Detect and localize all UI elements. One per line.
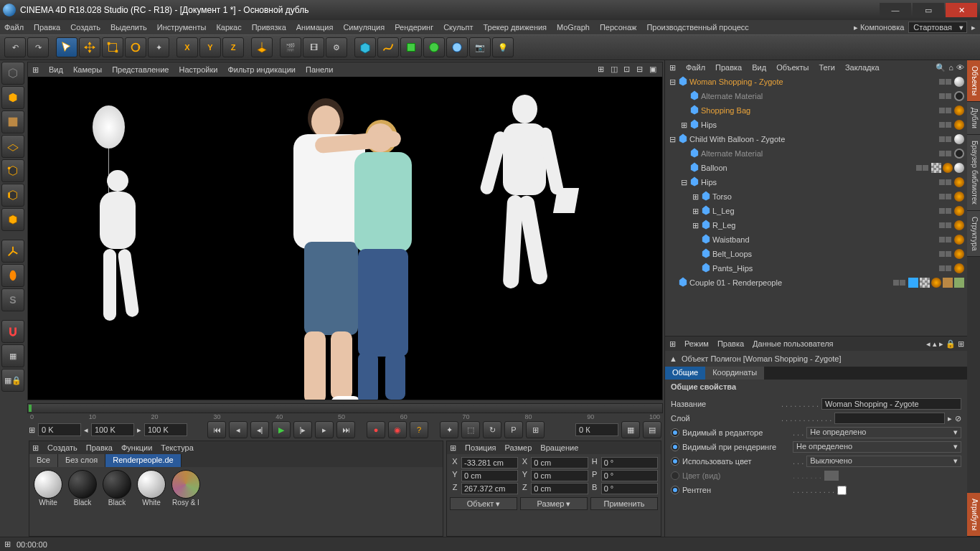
key-pla-button[interactable]: ⊞ bbox=[526, 421, 545, 438]
vpmenu-Фильтр индикации[interactable]: Фильтр индикации bbox=[227, 65, 296, 74]
scale-tool[interactable] bbox=[102, 37, 123, 57]
menu-Персонаж[interactable]: Персонаж bbox=[600, 23, 636, 32]
attr-lock-icon[interactable]: 🔒 bbox=[946, 339, 956, 349]
key-pos-button[interactable]: ✦ bbox=[440, 421, 458, 438]
objmenu-Теги[interactable]: Теги bbox=[819, 63, 835, 72]
axis-button[interactable] bbox=[1, 240, 24, 263]
objmenu-Вид[interactable]: Вид bbox=[752, 63, 766, 72]
tree-row[interactable]: Alternate Material bbox=[665, 89, 967, 103]
timeline-fcurve-button[interactable]: ▤ bbox=[643, 421, 661, 438]
tree-row[interactable]: Pants_Hips bbox=[665, 261, 967, 276]
coord-H[interactable] bbox=[601, 457, 658, 468]
attrmenu-Режим[interactable]: Режим bbox=[684, 339, 709, 348]
attr-new-icon[interactable]: ⊞ bbox=[958, 339, 964, 349]
edge-mode-button[interactable] bbox=[1, 184, 24, 207]
tree-row[interactable]: Balloon bbox=[665, 161, 967, 175]
layer-clear-icon[interactable]: ⊘ bbox=[955, 414, 961, 423]
coord-X[interactable] bbox=[531, 457, 588, 468]
vp-icon-4[interactable]: ⊟ bbox=[636, 65, 646, 75]
tree-row[interactable]: Shopping Bag bbox=[665, 103, 967, 118]
tree-row[interactable]: ⊟Woman Shopping - Zygote bbox=[665, 75, 967, 89]
coord-system-button[interactable] bbox=[251, 37, 273, 57]
frame-current[interactable]: 100 K bbox=[144, 423, 187, 436]
key-rot-button[interactable]: ↻ bbox=[483, 421, 501, 438]
coord-X[interactable] bbox=[461, 457, 518, 468]
move-tool[interactable] bbox=[79, 37, 100, 57]
next-frame-button[interactable]: |▸ bbox=[293, 421, 312, 438]
keyoptions-button[interactable]: ? bbox=[410, 421, 428, 438]
tree-row[interactable]: Couple 01 - Renderpeople bbox=[665, 276, 967, 290]
side-tab-2[interactable]: Браузер библиотек bbox=[967, 135, 980, 211]
vpmenu-Камеры[interactable]: Камеры bbox=[73, 65, 102, 74]
point-mode-button[interactable] bbox=[1, 159, 24, 182]
material-3[interactable]: White bbox=[136, 470, 167, 533]
end-frame[interactable]: 0 К bbox=[575, 423, 618, 436]
material-4[interactable]: Rosy & I bbox=[170, 470, 202, 533]
workplane2-button[interactable]: ▦ bbox=[1, 344, 24, 367]
poly-mode-button[interactable] bbox=[1, 208, 24, 231]
home-icon[interactable]: ⌂ bbox=[948, 63, 953, 72]
menu-Трекер движения[interactable]: Трекер движения bbox=[483, 23, 547, 32]
tab-general[interactable]: Общие bbox=[665, 367, 705, 380]
render-view-button[interactable]: 🎬 bbox=[280, 37, 301, 57]
menu-Создать[interactable]: Создать bbox=[70, 23, 100, 32]
usecolor-drop[interactable]: Выключено bbox=[806, 456, 961, 467]
vpmenu-Вид[interactable]: Вид bbox=[49, 65, 63, 74]
layout-dropdown[interactable]: Стартовая bbox=[908, 22, 967, 33]
search-icon[interactable]: 🔍 bbox=[936, 63, 946, 72]
attr-back-icon[interactable]: ◂ bbox=[926, 339, 930, 349]
snap-button[interactable] bbox=[1, 320, 24, 343]
camera-button[interactable]: 📷 bbox=[469, 37, 491, 57]
undo-button[interactable]: ↶ bbox=[4, 37, 26, 57]
maximize-button[interactable]: ▭ bbox=[913, 3, 944, 17]
tree-row[interactable]: ⊞L_Leg bbox=[665, 204, 967, 218]
tab-coords[interactable]: Координаты bbox=[705, 367, 764, 380]
menu-Симуляция[interactable]: Симуляция bbox=[343, 23, 385, 32]
coord-Y[interactable] bbox=[461, 470, 518, 481]
workplane-button[interactable] bbox=[1, 135, 24, 158]
attrmenu-Данные пользователя[interactable]: Данные пользователя bbox=[753, 339, 833, 348]
tree-row[interactable]: ⊟Hips bbox=[665, 175, 967, 189]
menu-Привязка[interactable]: Привязка bbox=[252, 23, 286, 32]
objmenu-Файл[interactable]: Файл bbox=[686, 63, 705, 72]
vis-editor-drop[interactable]: Не определено bbox=[806, 427, 961, 438]
menu-MoGraph[interactable]: MoGraph bbox=[557, 23, 590, 32]
goto-end-button[interactable]: ⏭ bbox=[336, 421, 355, 438]
axis-y-button[interactable]: Y bbox=[199, 37, 221, 57]
mat-tab-2[interactable]: Renderpeople.de bbox=[105, 454, 181, 467]
menu-Инструменты[interactable]: Инструменты bbox=[157, 23, 207, 32]
tree-row[interactable]: ⊞R_Leg bbox=[665, 218, 967, 232]
tweak-button[interactable] bbox=[1, 264, 24, 287]
tree-row[interactable]: ⊞Hips bbox=[665, 118, 967, 132]
vp-icon-3[interactable]: ⊡ bbox=[623, 65, 633, 75]
vp-icon-1[interactable]: ⊞ bbox=[598, 65, 608, 75]
spline-button[interactable] bbox=[377, 37, 399, 57]
autokey-button[interactable]: ◉ bbox=[388, 421, 407, 438]
material-1[interactable]: Black bbox=[67, 470, 98, 533]
objmenu-Закладка[interactable]: Закладка bbox=[845, 63, 880, 72]
vp-icon-5[interactable]: ▣ bbox=[649, 65, 659, 75]
minimize-button[interactable]: — bbox=[880, 3, 911, 17]
redo-button[interactable]: ↷ bbox=[27, 37, 49, 57]
vp-icon-2[interactable]: ◫ bbox=[611, 65, 621, 75]
tree-row[interactable]: ⊞Torso bbox=[665, 189, 967, 204]
prev-frame-button[interactable]: ◂| bbox=[250, 421, 269, 438]
eye-icon[interactable]: 👁 bbox=[956, 63, 964, 72]
key-scale-button[interactable]: ⬚ bbox=[461, 421, 480, 438]
side-tab-3[interactable]: Структура bbox=[967, 211, 980, 257]
next-key-button[interactable]: ▸ bbox=[315, 421, 334, 438]
attr-up-icon[interactable]: ▴ bbox=[933, 339, 937, 349]
menu-Правка[interactable]: Правка bbox=[34, 23, 60, 32]
menu-Анимация[interactable]: Анимация bbox=[296, 23, 334, 32]
vpmenu-Представление[interactable]: Представление bbox=[112, 65, 169, 74]
environment-button[interactable] bbox=[446, 37, 468, 57]
select-tool[interactable] bbox=[56, 37, 77, 57]
attr-fwd-icon[interactable]: ▸ bbox=[939, 339, 943, 349]
menu-Производственный процесс[interactable]: Производственный процесс bbox=[646, 23, 748, 32]
close-button[interactable]: ✕ bbox=[946, 3, 977, 17]
timeline-dope-button[interactable]: ▦ bbox=[621, 421, 640, 438]
generator-button[interactable] bbox=[400, 37, 422, 57]
coord-size-drop[interactable]: Размер ▾ bbox=[520, 497, 588, 510]
model-mode-button[interactable] bbox=[1, 86, 24, 109]
vpmenu-Панели[interactable]: Панели bbox=[306, 65, 333, 74]
